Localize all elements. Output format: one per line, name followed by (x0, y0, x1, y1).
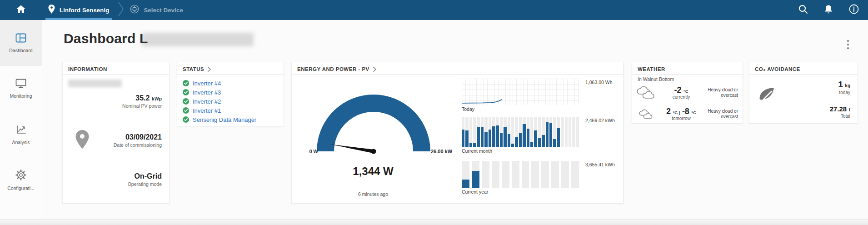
status-device-link[interactable]: Inverter #1 (193, 107, 221, 114)
bar-track (481, 117, 484, 147)
bar-track (462, 161, 469, 188)
bar-track (576, 117, 579, 147)
co2-avoidance-card: CO₂ AVOIDANCE 1 kg today 27.28 t Total (749, 62, 858, 124)
today-energy-sparkline (462, 79, 579, 105)
chevron-right-icon (373, 66, 377, 72)
energy-title: ENERGY AND POWER - PV (297, 66, 369, 72)
search-button[interactable] (796, 3, 810, 17)
bar-track (515, 117, 518, 147)
bar-track (538, 117, 541, 147)
tomorrow-temp-when: tomorrow (660, 116, 702, 121)
co2-card-header: CO₂ AVOIDANCE (749, 62, 858, 75)
breadcrumb-plant[interactable]: Linford Sensenig (45, 0, 112, 20)
dashboard-icon (15, 33, 26, 45)
sidebar-item-label: Analysis (12, 140, 30, 145)
device-icon (130, 5, 139, 15)
weather-card: WEATHER In Walnut Bottom -2 °C currently… (632, 62, 743, 124)
heavy-cloud-icon (632, 109, 660, 120)
status-device-link[interactable]: Sensenig Data Manager (193, 116, 256, 123)
status-device-link[interactable]: Inverter #4 (193, 80, 221, 87)
weather-title: WEATHER (638, 66, 665, 72)
today-chart-label: Today (462, 106, 474, 112)
bar-track (542, 117, 544, 147)
bar-track (492, 117, 495, 147)
heavy-cloud-icon (632, 86, 660, 100)
sidebar: Dashboard Monitoring Analysis (0, 20, 42, 225)
information-title: INFORMATION (68, 66, 107, 72)
notifications-button[interactable] (822, 3, 835, 17)
status-card-header: STATUS (177, 62, 284, 75)
sidebar-item-label: Dashboard (9, 48, 32, 53)
status-device-row: Inverter #4 (183, 79, 278, 88)
info-button[interactable] (847, 3, 861, 17)
today-energy-value: 1,063.00 Wh (585, 80, 635, 85)
breadcrumb-select-device[interactable]: Select Device (127, 0, 185, 20)
bar-track (551, 161, 559, 188)
page-title: Dashboard L (64, 31, 148, 46)
page-options-kebab-menu[interactable] (843, 40, 853, 52)
month-chart-label: Current month (462, 148, 492, 154)
current-year-bar-chart (462, 161, 579, 188)
bottom-strip (0, 219, 868, 225)
sidebar-item-configuration[interactable]: Configurati... (0, 166, 42, 194)
status-device-row: Inverter #3 (183, 88, 278, 97)
status-device-link[interactable]: Inverter #3 (193, 89, 221, 96)
bar-track (531, 161, 539, 188)
last-updated-text: 6 minutes ago (328, 191, 419, 197)
bar-track (534, 117, 537, 147)
bar-track (569, 117, 571, 147)
co2-total-metric: 27.28 t Total (830, 105, 850, 119)
energy-header-link[interactable]: ENERGY AND POWER - PV (297, 66, 377, 72)
bar-track (482, 161, 489, 188)
home-button[interactable] (11, 0, 31, 20)
sidebar-item-monitoring[interactable]: Monitoring (0, 75, 42, 102)
sidebar-item-analysis[interactable]: Analysis (0, 122, 42, 148)
redacted-plant-name-blur (142, 33, 254, 46)
current-temp-when: currently (660, 95, 702, 100)
select-device-label: Select Device (144, 7, 183, 14)
bar-track (508, 117, 510, 147)
status-title: STATUS (183, 66, 204, 72)
bar-track (502, 161, 509, 188)
check-ok-icon (183, 89, 189, 95)
information-card: INFORMATION 35.2 kWp Nominal PV power 03… (62, 62, 170, 204)
nominal-power-unit: kWp (152, 96, 162, 101)
bar-track (512, 161, 519, 188)
bar-track (489, 117, 491, 147)
bar-track (571, 161, 579, 188)
commissioning-label: Date of commissioning (114, 142, 162, 148)
year-energy-value: 3,655.41 kWh (585, 162, 635, 167)
info-icon (849, 4, 859, 16)
bar-track (462, 117, 464, 147)
bar-track (511, 117, 514, 147)
bar-track (549, 117, 552, 147)
co2-total-label: Total (830, 114, 850, 119)
nominal-power-value: 35.2 (135, 94, 150, 102)
bar-track (469, 117, 472, 147)
leaf-icon (757, 86, 776, 109)
bar-track (541, 161, 549, 188)
chevron-right-icon (207, 66, 211, 72)
bar-track (546, 117, 549, 147)
status-device-link[interactable]: Inverter #2 (193, 98, 221, 105)
check-ok-icon (183, 98, 189, 105)
bar-track (572, 117, 575, 147)
status-device-row: Inverter #1 (183, 106, 278, 115)
tomorrow-weather-description: Heavy cloud or overcast (702, 109, 743, 120)
status-header-link[interactable]: STATUS (183, 66, 211, 72)
search-icon (798, 4, 808, 16)
top-navigation-bar: Linford Sensenig Select Device (0, 0, 868, 20)
bar-track (496, 117, 499, 147)
current-month-bar-chart (462, 117, 579, 147)
bar-track (477, 117, 480, 147)
analysis-chart-icon (16, 125, 26, 136)
sidebar-item-label: Configurati... (7, 185, 35, 191)
current-weather-description: Heavy cloud or overcast (702, 87, 743, 99)
nominal-power-label: Nominal PV power (122, 103, 162, 109)
status-card: STATUS Inverter #4Inverter #3Inverter #2… (177, 62, 284, 126)
sidebar-item-dashboard[interactable]: Dashboard (0, 20, 42, 66)
plant-name: Linford Sensenig (60, 7, 109, 14)
power-gauge: 0 W 26.00 kW (292, 78, 464, 156)
weather-tomorrow-row: 2 °C | -8 °C tomorrow Heavy cloud or ove… (632, 106, 743, 122)
co2-title: CO₂ AVOIDANCE (755, 66, 800, 72)
